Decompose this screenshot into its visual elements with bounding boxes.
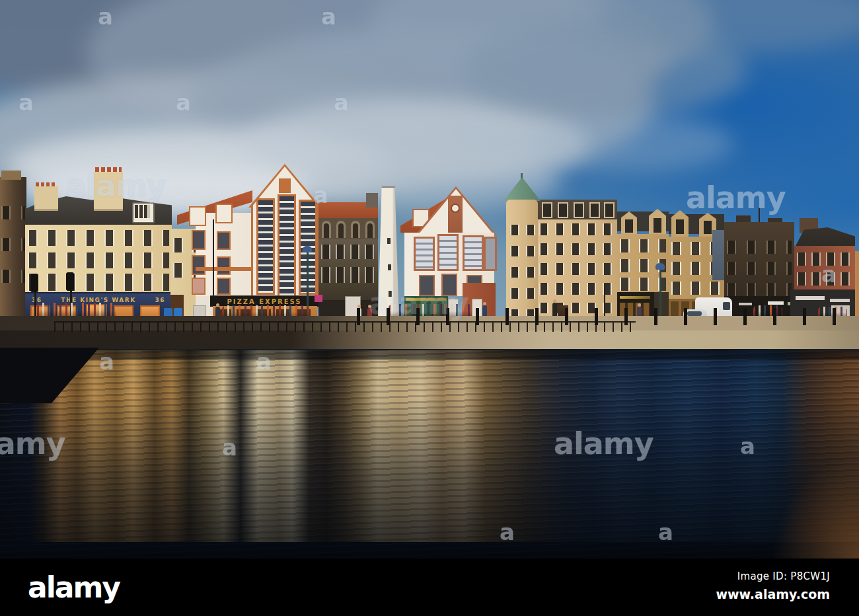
window-row (1, 238, 25, 251)
chimney-pots (36, 182, 57, 186)
watermark-a: a (321, 5, 336, 28)
arched-window (365, 221, 375, 238)
shop-sign (739, 303, 752, 305)
tall-window-strip (256, 198, 275, 295)
tall-window-strip (278, 194, 296, 297)
chimney (34, 186, 58, 211)
shop-sign (796, 296, 825, 300)
water-edge-shadow (0, 349, 859, 360)
alamy-footer-bar: alamy Image ID: P8CW1J www.alamy.com (0, 558, 859, 616)
window-row (28, 252, 169, 268)
window-row (620, 239, 666, 252)
shop-sign (768, 301, 784, 305)
window-row (510, 225, 535, 235)
window-row (321, 267, 375, 283)
watermark-a: a (256, 350, 271, 373)
dormer-glass (625, 219, 633, 233)
dormer-window (189, 206, 206, 226)
alamy-website-url: www.alamy.com (716, 587, 830, 601)
dormer-glass (704, 221, 712, 234)
lamp-head (303, 246, 312, 252)
cloud-low-3 (535, 116, 733, 172)
slot-window (387, 238, 391, 244)
window-row (321, 245, 375, 259)
window-row (510, 246, 535, 256)
watermark-alamy: alamy (369, 288, 468, 319)
dormer-window (132, 202, 155, 223)
watermark-a: a (19, 91, 33, 114)
watermark-a: a (222, 436, 237, 459)
dormer-glass (654, 218, 661, 233)
stock-photo-page: 36 THE KING'S WARK 36 (0, 0, 859, 616)
window-row (510, 288, 535, 299)
large-window (463, 235, 484, 271)
large-window (414, 237, 435, 271)
arched-window (351, 221, 360, 238)
watermark-a: a (98, 5, 112, 28)
stone-chimney (366, 193, 378, 208)
window (217, 231, 231, 250)
watermark-a: a (176, 91, 190, 114)
orange-band (196, 267, 252, 271)
window-row (727, 262, 792, 275)
arched-window (322, 221, 331, 238)
building-far-left (0, 177, 26, 324)
pub-number-right: 36 (155, 297, 165, 303)
slot-window (388, 264, 391, 270)
footer-info: Image ID: P8CW1J www.alamy.com (716, 570, 830, 601)
window-row (539, 223, 616, 235)
window-row (510, 267, 535, 278)
window (192, 230, 205, 250)
window-row (671, 282, 722, 295)
window-row (1, 270, 25, 283)
gable-vent (279, 178, 291, 193)
watermark-a: a (740, 435, 755, 457)
window (217, 256, 231, 275)
gable-crest (448, 196, 463, 234)
dormer (558, 202, 568, 218)
large-window (437, 234, 459, 271)
photograph: 36 THE KING'S WARK 36 (0, 0, 859, 558)
downpipe (213, 219, 214, 296)
watermark-alamy: alamy (66, 171, 166, 201)
dormer-glass (135, 205, 149, 218)
watermark-alamy: alamy (686, 182, 786, 213)
watermark-a: a (313, 184, 328, 206)
turret-body (506, 200, 538, 324)
watermark-a: a (99, 350, 114, 373)
window (217, 278, 231, 295)
dormer-window (215, 204, 233, 223)
arched-glass (338, 223, 344, 238)
turret-cone (504, 177, 541, 201)
dormer (574, 202, 584, 218)
window-row (727, 283, 792, 296)
arched-window (336, 221, 346, 238)
window (192, 255, 205, 275)
shop-sign (830, 299, 850, 302)
pink-shop-sign (315, 295, 322, 302)
round-window (451, 204, 460, 213)
dormer (604, 202, 615, 218)
traffic-light (30, 274, 38, 292)
watermark-a: a (500, 521, 514, 543)
window-row (28, 274, 169, 291)
watermark-a: a (658, 521, 673, 543)
arched-glass (353, 223, 358, 238)
warm-water-corner (753, 436, 859, 558)
dormer-glass (676, 219, 684, 234)
window-row (727, 241, 792, 254)
alamy-logo: alamy (28, 558, 120, 616)
lamp-head (655, 263, 665, 270)
watermark-alamy: alamy (554, 428, 654, 459)
pub-sign-strip (620, 296, 650, 299)
water-depth-fade (0, 397, 859, 558)
window-row (539, 243, 616, 255)
watermark-a: a (334, 91, 348, 114)
dormer (589, 202, 600, 218)
traffic-light (66, 272, 74, 291)
arched-glass (324, 223, 329, 238)
window-row (28, 230, 169, 246)
watermark-alamy: alamy (0, 428, 65, 459)
arched-glass (367, 223, 373, 238)
image-id: Image ID: P8CW1J (716, 570, 830, 582)
